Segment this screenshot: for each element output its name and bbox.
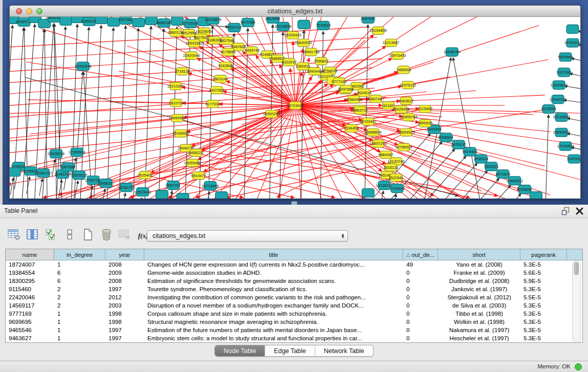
table-cell: 1: [54, 261, 105, 268]
network-node[interactable]: [567, 25, 579, 33]
table-row[interactable]: 2242004622012Investigating the contribut…: [6, 293, 582, 301]
table-scrollbar[interactable]: [572, 260, 581, 343]
network-node-label: 3624514: [357, 91, 372, 95]
table-row[interactable]: 1938455462009Genome-wide association stu…: [6, 269, 582, 277]
column-header-year[interactable]: year: [105, 249, 144, 260]
tab-node-table[interactable]: Node Table: [215, 345, 265, 356]
new-table-button[interactable]: [81, 229, 95, 243]
network-edge-black[interactable]: [106, 28, 114, 199]
float-panel-icon[interactable]: [561, 207, 570, 215]
network-edge-black[interactable]: [122, 193, 125, 199]
row-squares-icon: [66, 228, 73, 243]
table-row[interactable]: 911546021997Tourette syndrome. Phenomeno…: [6, 285, 582, 293]
tab-edge-table[interactable]: Edge Table: [265, 345, 315, 356]
network-node[interactable]: [215, 192, 228, 199]
network-node-label: 10120746: [387, 159, 404, 164]
table-row[interactable]: 1456911722003Disruption of a novel membe…: [6, 301, 582, 310]
network-edge-red[interactable]: [186, 148, 498, 196]
memory-status-label: Memory: OK: [537, 363, 571, 369]
table-row[interactable]: 946362711997Embryonic stem cells: a mode…: [6, 334, 582, 342]
network-node[interactable]: [298, 20, 310, 29]
table-cell: 19384554: [6, 270, 54, 276]
network-node-label: 13654982: [169, 116, 186, 120]
table-cell: 0: [403, 294, 438, 300]
network-node[interactable]: [530, 192, 542, 199]
table-cell: Disruption of a novel member of a sodium…: [144, 302, 403, 309]
import-table-button: [118, 229, 132, 243]
table-cell: de Silva et al. (2003): [438, 302, 520, 309]
network-edge-red[interactable]: [192, 163, 335, 198]
table-row[interactable]: 1830029562008Estimation of significance …: [6, 277, 582, 285]
network-node-label: 8860124: [168, 30, 183, 35]
network-edge-black[interactable]: [27, 177, 30, 194]
network-edge-black[interactable]: [39, 179, 42, 196]
network-node-label: 20564486: [345, 97, 362, 102]
table-settings-button[interactable]: [7, 229, 21, 243]
network-edge-black[interactable]: [171, 27, 177, 199]
table-cell: 1998: [105, 311, 144, 317]
network-node-label: 9245652: [517, 187, 532, 192]
network-node[interactable]: [60, 17, 72, 25]
table-cell: 2008: [105, 278, 144, 284]
network-canvas[interactable]: 1905572420691406108552371527602646616010…: [10, 17, 580, 199]
network-edge-red: [330, 28, 374, 71]
column-header-name[interactable]: name: [6, 249, 54, 260]
row-height-button[interactable]: [62, 229, 76, 243]
network-node-label: 1810754: [169, 101, 184, 105]
network-edge-black[interactable]: [139, 198, 142, 199]
network-node[interactable]: [95, 17, 107, 24]
network-node-label: 9242848: [218, 63, 233, 68]
column-header-title[interactable]: title: [144, 249, 403, 260]
tab-network-table[interactable]: Network Table: [315, 345, 373, 356]
network-edge-black[interactable]: [464, 193, 521, 199]
network-node[interactable]: [362, 189, 374, 198]
network-node[interactable]: [10, 168, 20, 177]
table-cell: Genome-wide association studies in ADHD.: [144, 270, 403, 276]
network-node-label: 12093872: [551, 83, 568, 87]
table-scrollbar-thumb[interactable]: [574, 262, 579, 275]
table-cell: Estimation of significance thresholds fo…: [144, 278, 403, 284]
table-selector-dropdown[interactable]: citations_edges.txt ▲▼: [147, 230, 348, 242]
column-header-in_degree[interactable]: in_degree: [54, 249, 105, 260]
show-columns-button[interactable]: [26, 229, 39, 243]
network-node-label: 16648784: [444, 50, 461, 54]
table-row[interactable]: 1872400712008Changes of HCN gene express…: [6, 260, 582, 269]
network-edge-black[interactable]: [10, 178, 13, 195]
network-node-label: 8427552: [209, 88, 224, 93]
network-node-label: 9827546: [220, 38, 234, 43]
network-node[interactable]: [107, 17, 120, 26]
table-row[interactable]: 969969511998Structural magnetic resonanc…: [6, 318, 582, 326]
select-all-button[interactable]: [44, 229, 58, 243]
network-node[interactable]: [177, 193, 189, 199]
network-window-titlebar[interactable]: citations_edges.txt: [10, 6, 580, 17]
table-cell: Yano et al. (2008): [438, 261, 520, 268]
close-panel-icon[interactable]: [575, 207, 584, 215]
table-row[interactable]: 946554611997Estimation of the future num…: [6, 326, 582, 334]
table-row[interactable]: 977716911998Corpus callosum shape and si…: [6, 310, 582, 318]
column-header-pagerank[interactable]: pagerank: [520, 249, 567, 260]
network-node-label: 16961758: [302, 50, 319, 54]
network-edge-black[interactable]: [545, 115, 549, 199]
network-node-label: 9227343: [557, 70, 572, 75]
column-header-short[interactable]: short: [438, 249, 520, 260]
network-edge-red[interactable]: [219, 104, 295, 105]
column-header-out_de[interactable]: △out_de...: [403, 249, 438, 260]
network-node[interactable]: [145, 17, 158, 25]
network-node-label: 18226058: [195, 29, 212, 34]
network-edge-black[interactable]: [93, 25, 101, 199]
table-cell: Changes of HCN gene expression and I(f) …: [144, 261, 403, 268]
network-node-label: 1733426: [389, 186, 404, 191]
network-node-label: 7515526: [316, 23, 331, 28]
network-edge-red[interactable]: [10, 117, 387, 153]
network-node[interactable]: [156, 190, 168, 199]
network-edge-red[interactable]: [295, 49, 302, 105]
network-node-label: 10973493: [389, 53, 406, 58]
network-edge-black[interactable]: [119, 26, 126, 199]
column-header-label: pagerank: [531, 252, 556, 258]
network-edge-black[interactable]: [230, 33, 234, 199]
network-node-label: 1840994: [427, 127, 442, 132]
delete-table-button[interactable]: [99, 229, 113, 243]
network-edge-red[interactable]: [182, 87, 295, 105]
network-node-label: 6914479: [191, 173, 206, 178]
network-node[interactable]: [133, 18, 145, 27]
